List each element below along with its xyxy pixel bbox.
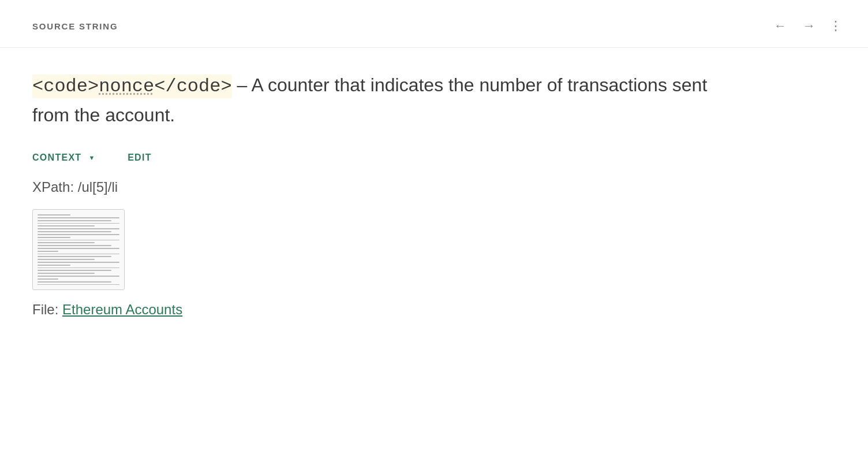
thumb-line xyxy=(38,284,119,285)
thumb-line xyxy=(38,265,70,266)
thumb-line xyxy=(38,273,95,274)
thumb-line xyxy=(38,248,119,249)
file-row: File: Ethereum Accounts xyxy=(32,302,836,318)
thumb-line xyxy=(38,225,95,226)
header-actions: ← → ⋮ xyxy=(769,16,845,36)
thumb-line xyxy=(38,256,111,257)
thumb-line xyxy=(38,231,111,232)
forward-button[interactable]: → xyxy=(798,16,820,36)
tab-context-label: CONTEXT xyxy=(32,153,81,163)
thumb-line xyxy=(38,276,119,277)
thumb-line xyxy=(38,267,119,269)
xpath-value: /ul[5]/li xyxy=(78,179,118,195)
code-close-tag: </code> xyxy=(154,75,231,98)
main-content: <code>nonce</code> – A counter that indi… xyxy=(0,48,868,341)
thumb-line xyxy=(38,259,95,260)
thumbnail-content xyxy=(33,210,124,289)
xpath-label: XPath: xyxy=(32,179,74,195)
thumb-line xyxy=(38,220,111,221)
source-string-text: <code>nonce</code> – A counter that indi… xyxy=(32,71,725,129)
file-prefix: File: xyxy=(32,302,58,317)
tab-separator xyxy=(107,153,117,162)
tab-context-button[interactable]: CONTEXT ▼ xyxy=(32,153,96,163)
thumb-line xyxy=(38,242,95,243)
document-thumbnail[interactable] xyxy=(32,209,125,290)
thumb-line xyxy=(38,223,119,224)
thumb-line xyxy=(38,234,119,235)
dash-separator: – xyxy=(232,75,252,95)
thumb-line xyxy=(38,228,119,229)
thumb-line xyxy=(38,281,111,283)
thumb-line xyxy=(38,270,111,271)
thumb-line xyxy=(38,240,119,241)
context-edit-tabs: CONTEXT ▼ EDIT xyxy=(32,153,836,163)
thumb-line xyxy=(38,278,58,280)
more-options-button[interactable]: ⋮ xyxy=(827,16,845,36)
code-open-tag: <code> xyxy=(32,75,99,98)
back-button[interactable]: ← xyxy=(769,16,791,36)
thumb-line xyxy=(38,217,119,218)
thumb-line xyxy=(38,262,119,263)
xpath-row: XPath: /ul[5]/li xyxy=(32,179,836,195)
thumb-line xyxy=(38,214,70,216)
header: SOURCE STRING ← → ⋮ xyxy=(0,0,868,48)
nonce-text: nonce xyxy=(99,75,154,98)
thumb-line xyxy=(38,245,111,246)
tab-edit-button[interactable]: EDIT xyxy=(128,153,152,163)
thumb-line xyxy=(38,251,58,252)
chevron-down-icon: ▼ xyxy=(88,154,95,161)
thumb-line xyxy=(38,254,119,255)
file-link[interactable]: Ethereum Accounts xyxy=(62,302,182,317)
thumb-line xyxy=(38,237,70,238)
page-title: SOURCE STRING xyxy=(32,21,118,31)
